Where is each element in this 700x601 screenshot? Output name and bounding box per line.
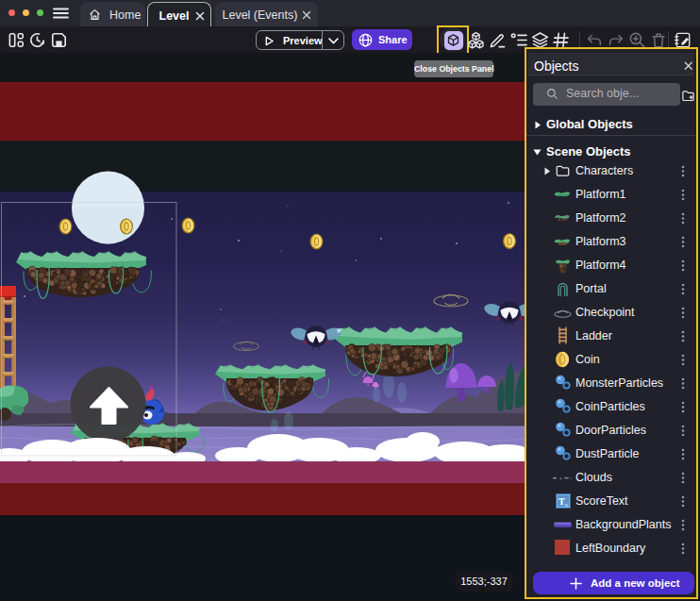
svg-text:x: x	[565, 500, 569, 508]
